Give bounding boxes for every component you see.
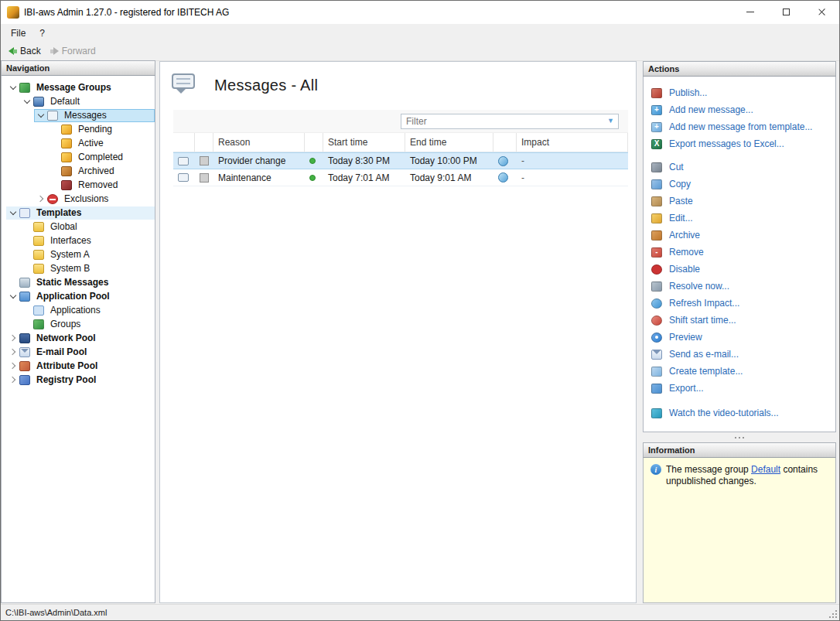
tree-item-message-groups[interactable]: Message Groups	[2, 80, 155, 94]
tree-item-network-pool[interactable]: Network Pool	[2, 331, 155, 345]
chevron-down-icon[interactable]	[7, 290, 19, 302]
information-header: Information	[643, 442, 836, 458]
applications-icon	[33, 305, 44, 316]
registry-pool-icon	[19, 375, 30, 385]
forward-button[interactable]: Forward	[47, 44, 102, 58]
chevron-right-icon[interactable]	[35, 193, 47, 205]
close-button[interactable]	[804, 1, 839, 23]
table-row[interactable]: Provider change Today 8:30 PM Today 10:0…	[173, 152, 628, 169]
action-add-new-message-from-template[interactable]: +Add new message from template...	[644, 118, 835, 135]
tree-item-system-a[interactable]: System A	[2, 247, 155, 261]
tree-item-applications[interactable]: Applications	[2, 303, 155, 317]
panel-splitter[interactable]	[643, 432, 836, 442]
action-remove[interactable]: -Remove	[644, 244, 835, 261]
tree-item-templates[interactable]: Templates	[2, 206, 155, 220]
action-add-new-message[interactable]: +Add new message...	[644, 101, 835, 118]
minimize-button[interactable]	[732, 1, 768, 23]
email-pool-icon	[19, 347, 30, 357]
tree-item-static-messages[interactable]: Static Messages	[2, 275, 155, 289]
chevron-down-icon[interactable]	[7, 206, 19, 219]
table-row[interactable]: Maintenance Today 7:01 AM Today 9:01 AM …	[173, 169, 628, 186]
tree-item-label: System B	[48, 263, 92, 274]
action-disable[interactable]: Disable	[644, 261, 835, 278]
chevron-right-icon[interactable]	[7, 360, 19, 372]
edit-icon	[651, 213, 662, 223]
action-shift-start-time[interactable]: Shift start time...	[644, 312, 835, 329]
message-icon	[178, 157, 189, 165]
filter-input[interactable]	[401, 116, 607, 127]
tree-item-archived[interactable]: Archived	[2, 164, 155, 178]
archive-icon	[651, 230, 662, 241]
navigation-panel: Navigation Message Groups Default Messag…	[1, 61, 155, 603]
default-group-link[interactable]: Default	[751, 464, 780, 475]
chevron-down-icon[interactable]	[21, 95, 33, 107]
action-preview[interactable]: Preview	[644, 329, 835, 346]
maximize-button[interactable]	[768, 1, 804, 23]
action-export[interactable]: Export...	[644, 380, 835, 397]
chevron-right-icon[interactable]	[7, 332, 19, 344]
tree-item-interfaces[interactable]: Interfaces	[2, 234, 155, 247]
back-button[interactable]: Back	[5, 44, 47, 58]
menu-help[interactable]: ?	[32, 26, 52, 41]
chevron-right-icon[interactable]	[7, 346, 19, 358]
table-header: Reason Start time End time Impact	[173, 133, 628, 152]
tree-item-attribute-pool[interactable]: Attribute Pool	[2, 359, 155, 373]
column-header-icon	[173, 133, 195, 152]
pending-icon	[61, 125, 72, 135]
action-refresh-impact[interactable]: Refresh Impact...	[644, 295, 835, 312]
tree-item-application-pool[interactable]: Application Pool	[2, 289, 155, 303]
static-messages-icon	[19, 278, 30, 288]
action-archive[interactable]: Archive	[644, 227, 835, 244]
tree-item-system-b[interactable]: System B	[2, 261, 155, 275]
tree-item-active[interactable]: Active	[2, 136, 155, 150]
action-paste[interactable]: Paste	[644, 193, 835, 210]
tree-item-label: Default	[48, 96, 82, 107]
tree-item-removed[interactable]: Removed	[2, 178, 155, 192]
reason-cell: Maintenance	[213, 172, 305, 183]
row-checkbox[interactable]	[200, 173, 209, 183]
shift-start-time-icon	[651, 316, 662, 326]
column-header-start-time[interactable]: Start time	[323, 133, 405, 152]
action-create-template[interactable]: Create template...	[644, 363, 835, 380]
chevron-right-icon[interactable]	[7, 374, 19, 386]
action-copy[interactable]: Copy	[644, 176, 835, 193]
information-message: The message group Default contains unpub…	[666, 464, 828, 487]
tree-item-messages[interactable]: Messages	[2, 108, 155, 122]
action-edit[interactable]: Edit...	[644, 210, 835, 227]
tree-item-label: Archived	[76, 165, 117, 176]
tree-item-completed[interactable]: Completed	[2, 150, 155, 164]
action-resolve-now[interactable]: Resolve now...	[644, 278, 835, 295]
messages-grid: Reason Start time End time Impact Provid…	[173, 110, 628, 186]
info-icon: i	[650, 464, 661, 475]
chevron-down-icon[interactable]	[35, 109, 47, 121]
tree-item-groups[interactable]: Groups	[2, 317, 155, 331]
tree-item-global[interactable]: Global	[2, 220, 155, 234]
tree-item-default[interactable]: Default	[2, 94, 155, 108]
tree-item-registry-pool[interactable]: Registry Pool	[2, 373, 155, 387]
start-time-cell: Today 7:01 AM	[323, 172, 405, 183]
action-publish[interactable]: Publish...	[644, 84, 835, 101]
menu-file[interactable]: File	[4, 26, 32, 41]
action-cut[interactable]: Cut	[644, 159, 835, 176]
resize-grip-icon[interactable]	[835, 616, 837, 618]
tree-item-exclusions[interactable]: Exclusions	[2, 192, 155, 206]
row-checkbox[interactable]	[200, 156, 209, 165]
folder-icon	[33, 236, 44, 246]
tree-item-label: Attribute Pool	[34, 360, 100, 371]
chevron-down-icon[interactable]	[7, 81, 19, 94]
tree-item-label: Global	[48, 221, 80, 232]
filter-funnel-icon[interactable]	[607, 118, 614, 125]
tree-item-label: Removed	[76, 179, 120, 190]
action-export-messages-to-excel[interactable]: XExport messages to Excel...	[644, 135, 835, 152]
action-send-as-email[interactable]: Send as e-mail...	[644, 346, 835, 363]
action-watch-video-tutorials[interactable]: Watch the video-tutorials...	[644, 404, 835, 421]
column-header-impact[interactable]: Impact	[517, 133, 628, 152]
status-active-icon	[309, 175, 316, 181]
tree-item-pending[interactable]: Pending	[2, 122, 155, 136]
tree-item-label: Completed	[76, 152, 125, 162]
create-template-icon	[651, 367, 662, 377]
tree-item-email-pool[interactable]: E-mail Pool	[2, 345, 155, 359]
column-header-reason[interactable]: Reason	[213, 133, 305, 152]
column-header-end-time[interactable]: End time	[405, 133, 493, 152]
remove-icon: -	[651, 247, 662, 258]
